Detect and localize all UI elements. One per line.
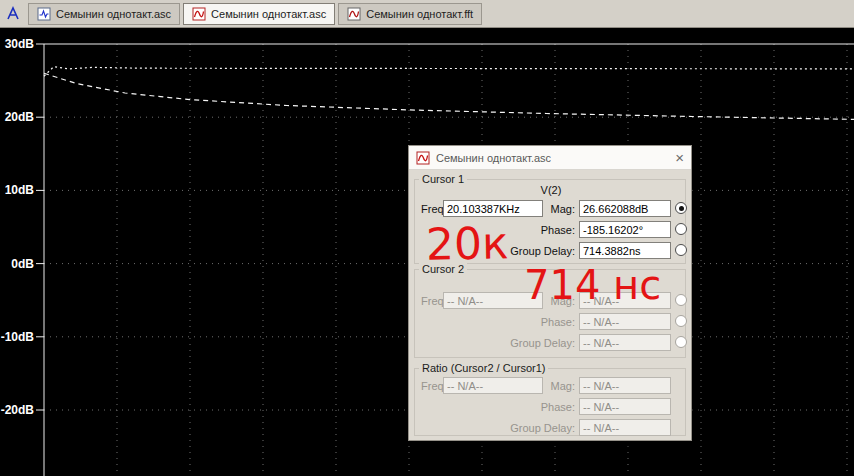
cursor1-mag-input[interactable] — [579, 200, 671, 217]
tab-bar: Семынин однотакт.asc Семынин однотакт.as… — [0, 0, 854, 28]
y-axis-label: 10dB — [0, 183, 34, 197]
cursor2-mag-radio[interactable] — [675, 294, 687, 306]
ratio-phase-input — [579, 398, 671, 415]
annotation-714ns: 714 нс — [524, 262, 661, 308]
cursor2-phase-input — [579, 313, 671, 330]
cursor2-group-delay-label: Group Delay: — [497, 337, 575, 349]
waveform-icon — [192, 7, 206, 21]
tab-label: Семынин однотакт.asc — [56, 8, 171, 20]
ratio-group-delay-input — [579, 419, 671, 436]
ratio-mag-input — [579, 377, 671, 394]
cursor2-group-delay-radio[interactable] — [675, 336, 687, 348]
ratio-group-delay-label: Group Delay: — [497, 422, 575, 434]
dialog-title: Семынин однотакт.asc — [436, 152, 551, 164]
cursor2-phase-radio[interactable] — [675, 315, 687, 327]
ratio-phase-label: Phase: — [497, 401, 575, 413]
cursor2-phase-label: Phase: — [497, 316, 575, 328]
app-icon — [4, 5, 22, 23]
ratio-mag-label: Mag: — [497, 380, 575, 392]
cursor1-mag-radio[interactable] — [675, 202, 687, 214]
y-axis-label: 20dB — [0, 110, 34, 124]
cursor2-group-delay-input — [579, 334, 671, 351]
tab-waveform[interactable]: Семынин однотакт.asc — [183, 3, 335, 25]
dialog-titlebar[interactable]: Семынин однотакт.asc × — [409, 146, 691, 170]
tab-fft[interactable]: Семынин однотакт.fft — [338, 3, 482, 25]
cursor1-phase-input[interactable] — [579, 221, 671, 238]
cursor1-phase-label: Phase: — [497, 224, 575, 236]
ltspice-waveform-icon — [416, 151, 430, 165]
cursor1-mag-label: Mag: — [497, 203, 575, 215]
cursor1-group-delay-radio[interactable] — [675, 244, 687, 256]
y-axis-label: 30dB — [0, 37, 34, 51]
trace-name: V(2) — [409, 184, 693, 196]
y-axis-label: 0dB — [0, 257, 34, 271]
cursor1-phase-radio[interactable] — [675, 223, 687, 235]
schematic-icon — [37, 7, 51, 21]
close-icon[interactable]: × — [675, 150, 684, 165]
tab-label: Семынин однотакт.asc — [211, 8, 326, 20]
cursor1-group-delay-input[interactable] — [579, 242, 671, 259]
annotation-20k: 20к — [426, 217, 509, 269]
tab-schematic[interactable]: Семынин однотакт.asc — [28, 3, 180, 25]
fft-icon — [347, 7, 361, 21]
ratio-heading: Ratio (Cursor2 / Cursor1) — [419, 362, 548, 374]
y-axis-label: -10dB — [0, 330, 34, 344]
y-axis-label: -20dB — [0, 403, 34, 417]
tab-label: Семынин однотакт.fft — [366, 8, 473, 20]
